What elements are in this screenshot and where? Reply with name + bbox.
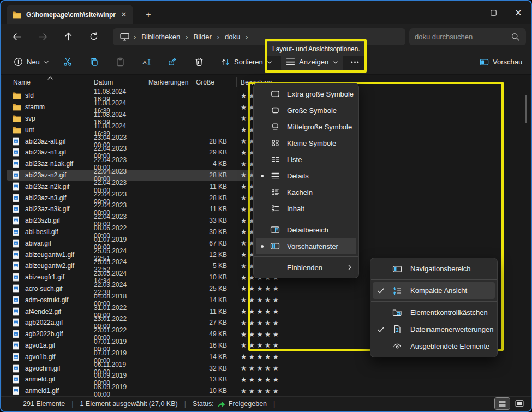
menu-item-liste[interactable]: Liste	[256, 151, 356, 168]
file-row[interactable]: anmeld.gif08.09.2019 00:0013 KB★★★★★	[2, 374, 530, 385]
large-icons-icon	[268, 106, 282, 115]
new-button[interactable]: Neu	[9, 52, 55, 71]
menu-item-inhalt[interactable]: Inhalt	[256, 200, 356, 217]
gif-file-icon	[12, 330, 22, 338]
menu-item-kleine-symbole[interactable]: Kleine Symbole	[256, 135, 356, 151]
menu-item-details[interactable]: Details	[256, 168, 356, 184]
file-name: agvo1b.gif	[22, 353, 89, 361]
file-row[interactable]: agvochm.gif06.11.2019 00:0032 KB★★★★★	[2, 362, 530, 374]
search-icon[interactable]	[511, 32, 521, 42]
gif-file-icon	[12, 284, 22, 293]
up-button[interactable]	[59, 27, 77, 46]
gif-file-icon	[12, 250, 22, 259]
close-button[interactable]: ✕	[506, 1, 531, 24]
menu-item-navigationsbereich[interactable]: Navigationsbereich	[373, 260, 495, 277]
menu-item-vorschaufenster[interactable]: Vorschaufenster	[256, 238, 356, 254]
icons-view-toggle[interactable]	[512, 398, 527, 409]
breadcrumb-bibliotheken[interactable]: Bibliotheken	[138, 31, 183, 43]
forward-button[interactable]	[33, 27, 52, 46]
file-row[interactable]: anmeld1.gif08.09.2019 00:0010 KB★★★★★	[2, 385, 530, 397]
file-size: 13 KB	[192, 375, 227, 383]
shared-icon	[217, 400, 226, 408]
paste-button[interactable]	[110, 52, 131, 71]
menu-item-label: Mittelgroße Symbole	[282, 123, 356, 131]
rename-button[interactable]: A	[136, 52, 157, 71]
file-rating[interactable]: ★★★★★	[227, 375, 281, 384]
menu-item-große-symbole[interactable]: Große Symbole	[256, 102, 356, 118]
file-size: 28 KB	[192, 194, 227, 202]
menu-item-label: Inhalt	[282, 205, 356, 213]
back-button[interactable]	[8, 27, 26, 46]
rename-icon: A	[142, 57, 151, 67]
folder-icon	[12, 91, 22, 100]
menu-item-mittelgroße-symbole[interactable]: Mittelgroße Symbole	[256, 118, 356, 135]
list-view-icon	[268, 155, 282, 164]
file-name: af4ende2.gif	[22, 308, 89, 315]
this-pc-icon[interactable]	[118, 32, 130, 42]
new-tab-button[interactable]: +	[142, 8, 155, 21]
menu-item-einblenden[interactable]: Einblenden	[256, 259, 356, 276]
vertical-scrollbar[interactable]	[525, 95, 527, 123]
content-view-icon	[268, 204, 282, 213]
explorer-tab[interactable]: G:\homepage\cmh\site\winpr ✕	[7, 5, 133, 24]
file-name: abi-besll.gif	[22, 228, 89, 236]
menu-item-label: Große Symbole	[282, 106, 356, 115]
file-rating[interactable]: ★★★★★	[227, 364, 281, 372]
status-value: Freigegeben	[229, 400, 267, 408]
file-size: 25 KB	[192, 285, 227, 292]
file-name: agb2022b.gif	[22, 330, 89, 338]
tab-close-icon[interactable]: ✕	[118, 9, 130, 21]
gif-file-icon	[12, 137, 22, 146]
file-size: 67 KB	[192, 240, 227, 247]
explorer-window: G:\homepage\cmh\site\winpr ✕ + ✕ › Bibli…	[0, 0, 532, 412]
minimize-button[interactable]	[456, 1, 481, 24]
menu-item-detailbereich[interactable]: Detailbereich	[256, 222, 356, 238]
show-submenu: NavigationsbereichKompakte AnsichtElemen…	[370, 258, 498, 357]
menu-item-kompakte-ansicht[interactable]: Kompakte Ansicht	[373, 282, 495, 299]
copy-button[interactable]	[83, 52, 105, 71]
gif-file-icon	[12, 273, 22, 282]
search-input[interactable]: doku durchsuchen	[409, 28, 526, 45]
file-size: 28 KB	[192, 171, 227, 179]
delete-button[interactable]	[188, 52, 210, 71]
maximize-button[interactable]	[481, 1, 506, 24]
share-button[interactable]	[162, 52, 183, 71]
tooltip-text: Layout- und Ansichtsoptionen.	[272, 45, 360, 53]
menu-separator	[371, 301, 497, 302]
preview-button[interactable]: Vorschau	[475, 52, 527, 71]
menu-item-kacheln[interactable]: Kacheln	[256, 184, 356, 200]
column-date[interactable]: Datum	[89, 77, 144, 87]
menu-item-ausgeblendete-elemente[interactable]: Ausgeblendete Elemente	[373, 338, 495, 355]
file-rating[interactable]: ★★★★★	[227, 353, 281, 361]
file-name: stamm	[22, 103, 89, 111]
column-size[interactable]: Größe	[192, 77, 237, 87]
column-name[interactable]: Name	[2, 77, 89, 87]
gif-file-icon	[12, 228, 22, 236]
folder-icon	[12, 103, 22, 111]
menu-item-extra-große-symbole[interactable]: Extra große Symbole	[256, 86, 356, 102]
details-view-toggle[interactable]	[495, 398, 510, 409]
file-name: abi23szb.gif	[22, 217, 89, 224]
folder-icon	[12, 114, 22, 123]
column-tags[interactable]: Markierungen	[144, 77, 192, 87]
file-rating[interactable]: ★★★★★	[227, 387, 281, 395]
medium-icons-icon	[268, 122, 282, 131]
extra-large-icons-icon	[268, 89, 282, 98]
gif-file-icon	[12, 353, 22, 361]
file-size: 30 KB	[192, 228, 227, 236]
breadcrumb-doku[interactable]: doku	[222, 31, 243, 43]
file-size: 32 KB	[192, 365, 227, 372]
refresh-button[interactable]	[85, 27, 103, 46]
breadcrumb-bilder[interactable]: Bilder	[190, 31, 215, 43]
menu-item-elementkontrollkästchen[interactable]: Elementkontrollkästchen	[373, 304, 495, 321]
cut-button[interactable]	[57, 52, 79, 71]
menu-item-label: Extra große Symbole	[282, 90, 356, 98]
file-name: abi23az-n3.gif	[22, 194, 89, 202]
status-divider	[267, 400, 282, 408]
menu-item-dateinamenerweiterungen[interactable]: Dateinamenerweiterungen	[373, 321, 495, 338]
share-icon	[168, 57, 177, 67]
file-size: 4 KB	[192, 160, 227, 168]
compact-view-icon	[389, 286, 405, 295]
file-size: 11 KB	[192, 183, 227, 190]
folder-icon	[12, 10, 22, 19]
